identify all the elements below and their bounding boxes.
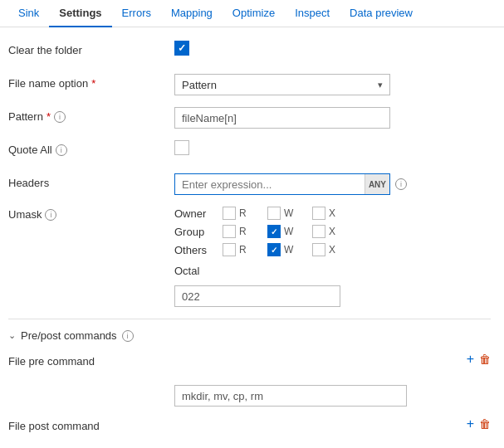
headers-expression-wrap: ANY	[174, 173, 390, 195]
pattern-info-icon[interactable]: i	[54, 111, 66, 123]
umask-others-w-cell: W	[267, 243, 292, 256]
tab-mapping[interactable]: Mapping	[161, 0, 223, 27]
umask-section: Owner R W X Group	[174, 207, 491, 307]
umask-owner-x-label: X	[329, 207, 337, 219]
tab-settings[interactable]: Settings	[49, 0, 111, 27]
quote-all-row: Quote All i	[8, 140, 491, 162]
headers-input[interactable]	[175, 178, 365, 191]
headers-any-badge: ANY	[365, 174, 389, 194]
pre-post-commands-header[interactable]: ⌄ Pre/post commands i	[8, 329, 491, 342]
umask-group-w-checkbox[interactable]	[267, 225, 281, 238]
clear-folder-label: Clear the folder	[8, 41, 174, 56]
tab-data-preview[interactable]: Data preview	[340, 0, 423, 27]
umask-group-label: Group	[174, 226, 216, 238]
quote-all-info-icon[interactable]: i	[56, 144, 67, 156]
file-name-option-control: Pattern ▾	[174, 74, 491, 95]
umask-group-r-cell: R	[223, 225, 247, 238]
file-name-option-select[interactable]: Pattern ▾	[174, 74, 390, 95]
umask-owner-x-checkbox[interactable]	[312, 207, 325, 220]
file-name-option-required: *	[91, 77, 95, 90]
tab-sink[interactable]: Sink	[8, 0, 49, 27]
umask-others-r-cell: R	[223, 243, 247, 256]
umask-label: Umask i	[8, 207, 174, 221]
file-pre-input-row	[8, 385, 491, 407]
umask-owner-x-cell: X	[312, 207, 337, 220]
umask-owner-row: Owner R W X	[174, 207, 491, 220]
umask-owner-label: Owner	[174, 207, 216, 220]
umask-control: Owner R W X Group	[174, 207, 491, 307]
clear-folder-row: Clear the folder	[8, 41, 491, 62]
umask-owner-r-cell: R	[223, 207, 247, 220]
umask-owner-w-cell: W	[267, 207, 292, 220]
pre-post-info-icon[interactable]: i	[122, 330, 134, 342]
tab-inspect[interactable]: Inspect	[285, 0, 340, 27]
file-post-command-row: File post command + 🗑	[8, 416, 491, 438]
pattern-required: *	[46, 110, 51, 123]
tab-optimize[interactable]: Optimize	[223, 0, 285, 27]
umask-group-w-label: W	[284, 226, 292, 237]
file-name-option-row: File name option * Pattern ▾	[8, 74, 491, 95]
umask-owner-r-checkbox[interactable]	[223, 207, 236, 220]
umask-info-icon[interactable]: i	[45, 209, 56, 221]
headers-row: Headers ANY i	[8, 173, 491, 195]
file-pre-delete-button[interactable]: 🗑	[479, 353, 491, 366]
pattern-row: Pattern * i	[8, 107, 491, 129]
octal-section: Octal	[174, 265, 491, 307]
umask-others-r-checkbox[interactable]	[223, 243, 236, 256]
umask-others-row: Others R W X	[174, 243, 491, 256]
umask-others-w-checkbox[interactable]	[267, 243, 281, 256]
tab-errors[interactable]: Errors	[112, 0, 161, 27]
file-post-add-button[interactable]: +	[467, 416, 474, 431]
chevron-down-icon: ▾	[378, 80, 383, 90]
umask-group-r-label: R	[239, 226, 247, 237]
section-divider	[8, 319, 491, 319]
file-pre-command-row: File pre command + 🗑	[8, 352, 491, 373]
umask-owner-w-checkbox[interactable]	[267, 207, 281, 220]
headers-label: Headers	[8, 173, 174, 189]
umask-row: Umask i Owner R W X	[8, 207, 491, 307]
file-pre-command-label: File pre command	[8, 352, 174, 368]
file-pre-command-control: + 🗑	[174, 352, 491, 367]
umask-group-x-label: X	[329, 226, 337, 237]
pattern-input[interactable]	[174, 107, 390, 129]
pattern-control	[174, 107, 491, 129]
quote-all-control	[174, 140, 491, 155]
headers-control: ANY i	[174, 173, 491, 195]
clear-folder-control	[174, 41, 491, 56]
file-pre-command-input[interactable]	[174, 385, 407, 407]
quote-all-label: Quote All i	[8, 140, 174, 156]
file-pre-add-button[interactable]: +	[467, 352, 474, 367]
umask-group-x-cell: X	[312, 225, 337, 238]
umask-owner-w-label: W	[284, 207, 292, 219]
chevron-down-icon: ⌄	[8, 330, 16, 341]
file-post-command-label: File post command	[8, 416, 174, 432]
umask-others-r-label: R	[239, 244, 247, 256]
octal-input[interactable]	[174, 285, 340, 307]
umask-group-x-checkbox[interactable]	[312, 225, 325, 238]
umask-others-x-checkbox[interactable]	[312, 243, 325, 256]
headers-info-icon[interactable]: i	[395, 178, 407, 190]
umask-owner-r-label: R	[239, 207, 247, 219]
clear-folder-checkbox[interactable]	[174, 41, 189, 56]
umask-others-label: Others	[174, 244, 216, 256]
umask-others-x-cell: X	[312, 243, 337, 256]
umask-group-row: Group R W X	[174, 225, 491, 238]
file-post-delete-button[interactable]: 🗑	[479, 417, 491, 431]
file-name-option-label: File name option *	[8, 74, 174, 90]
pattern-label: Pattern * i	[8, 107, 174, 123]
file-post-command-control: + 🗑	[174, 416, 491, 431]
octal-label: Octal	[174, 265, 491, 277]
umask-others-w-label: W	[284, 244, 292, 256]
umask-group-w-cell: W	[267, 225, 292, 238]
umask-group-r-checkbox[interactable]	[223, 225, 236, 238]
nav-tabs: Sink Settings Errors Mapping Optimize In…	[0, 0, 504, 27]
umask-others-x-label: X	[329, 244, 337, 256]
settings-content: Clear the folder File name option * Patt…	[0, 27, 504, 448]
quote-all-checkbox[interactable]	[174, 140, 189, 155]
